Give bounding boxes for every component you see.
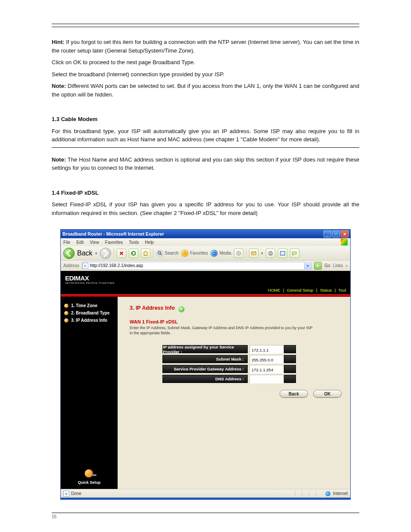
history-button[interactable] <box>234 249 243 258</box>
note-text-1: Different WAN ports can be selected to s… <box>52 83 359 98</box>
select-broadband-paragraph: Select the broadband (Internet) connecti… <box>52 70 359 79</box>
input-subnet-mask[interactable] <box>250 356 283 364</box>
address-input[interactable] <box>88 263 305 268</box>
back-dropdown-icon[interactable]: ▾ <box>95 251 97 255</box>
toolbar: Back ▾ Search <box>61 246 350 261</box>
window-minimize-button[interactable]: _ <box>324 230 331 237</box>
router-header: EDIMAX NETWORKING PEOPLE TOGETHER HOME |… <box>61 271 350 297</box>
router-main-panel: 3. IP Address Info ? WAN 1 Fixed-IP xDSL… <box>118 297 350 489</box>
router-tagline: NETWORKING PEOPLE TOGETHER <box>65 282 346 284</box>
menu-file[interactable]: File <box>63 240 70 245</box>
mail-button[interactable] <box>249 249 258 258</box>
links-chevron-icon[interactable]: » <box>346 264 348 268</box>
sidebar-item-ip-address-info[interactable]: 3. IP Address Info <box>64 317 114 324</box>
search-icon[interactable] <box>156 249 164 257</box>
page-icon: e <box>63 491 69 497</box>
back-button[interactable]: Back <box>280 390 308 398</box>
fixed-ip-body: Select Fixed-IP xDSL if your ISP has giv… <box>52 200 359 217</box>
address-dropdown-icon[interactable]: ▾ <box>304 262 311 270</box>
windows-flag-icon <box>341 239 348 246</box>
address-input-wrapper[interactable]: e ▾ <box>82 262 312 270</box>
status-zone: Internet <box>333 491 348 496</box>
svg-rect-6 <box>269 251 271 252</box>
favorites-icon[interactable] <box>181 249 189 257</box>
media-icon[interactable] <box>210 249 218 257</box>
nav-home[interactable]: HOME <box>268 288 280 292</box>
section-title: 3. IP Address Info <box>130 305 175 311</box>
go-button[interactable] <box>314 262 322 270</box>
menu-view[interactable]: View <box>90 240 99 245</box>
nav-general-setup[interactable]: General Setup <box>287 288 313 292</box>
note-text-2: The Host Name and MAC address section is… <box>52 156 359 171</box>
window-close-button[interactable]: ✕ <box>341 230 349 237</box>
menu-edit[interactable]: Edit <box>76 240 84 245</box>
nav-tool[interactable]: Tool <box>339 288 346 292</box>
browser-window: Broadband Router - Microsoft Internet Ex… <box>60 229 351 500</box>
router-sidebar: 1. Time Zone 2. Broadband Type 3. IP Add… <box>61 297 118 489</box>
address-label: Address <box>63 263 79 268</box>
refresh-button[interactable] <box>129 249 138 258</box>
note-label-2: Note: <box>52 156 66 163</box>
mail-dropdown-icon[interactable]: ▾ <box>261 251 263 255</box>
router-brand: EDIMAX <box>65 274 346 282</box>
row-tail <box>284 355 296 363</box>
print-button[interactable] <box>266 249 275 258</box>
rule-pair-top <box>52 24 359 27</box>
window-titlebar: Broadband Router - Microsoft Internet Ex… <box>61 230 350 238</box>
fixed-ip-heading: 1.4 Fixed-IP xDSL <box>52 189 359 197</box>
menu-help[interactable]: Help <box>145 240 154 245</box>
search-label[interactable]: Search <box>165 251 179 255</box>
svg-rect-8 <box>280 251 285 255</box>
go-label[interactable]: Go <box>324 263 330 268</box>
note-label-1: Note: <box>52 83 66 89</box>
svg-line-1 <box>160 254 162 255</box>
sidebar-item-broadband-type[interactable]: 2. Broadband Type <box>64 309 114 317</box>
input-gateway[interactable] <box>250 366 283 373</box>
back-label: Back <box>77 249 93 257</box>
taskbar-strip <box>61 498 350 499</box>
discuss-button[interactable] <box>290 249 299 258</box>
form-row: Subnet Mask : <box>162 355 342 363</box>
sidebar-item-time-zone[interactable]: 1. Time Zone <box>64 302 114 309</box>
bullet-icon <box>64 304 68 308</box>
status-done: Done <box>71 491 81 496</box>
page-number: 15 <box>52 514 359 519</box>
menu-favorites[interactable]: Favorites <box>105 240 123 245</box>
menu-tools[interactable]: Tools <box>129 240 139 245</box>
quick-setup[interactable]: Quick Setup <box>64 468 114 485</box>
quick-setup-label: Quick Setup <box>64 480 114 485</box>
form-row: IP address assigned by your Service Prov… <box>162 345 342 353</box>
input-dns[interactable] <box>250 376 283 383</box>
cable-modem-body: For this broadband type, your ISP will a… <box>52 127 359 144</box>
label-dns: DNS Address : <box>162 375 248 383</box>
input-ip-address[interactable] <box>250 346 283 354</box>
home-button[interactable] <box>141 249 150 258</box>
config-form: IP address assigned by your Service Prov… <box>162 345 342 383</box>
forward-button[interactable] <box>100 248 111 259</box>
svg-point-0 <box>158 252 161 254</box>
window-title: Broadband Router - Microsoft Internet Ex… <box>62 231 324 236</box>
edit-button[interactable] <box>278 249 287 258</box>
hint-paragraph: Hint: If you forgot to set this item for… <box>52 38 359 55</box>
router-top-nav: HOME | General Setup | Status | Tool <box>268 288 346 292</box>
section-description: Enter the IP Address, Subnet Mask, Gatew… <box>130 325 315 336</box>
note-paragraph-2: Note: The Host Name and MAC address sect… <box>52 156 359 172</box>
hint-label: Hint: <box>52 39 65 45</box>
bullet-icon <box>64 318 68 323</box>
help-icon[interactable]: ? <box>178 306 184 312</box>
note-paragraph-1: Note: Different WAN ports can be selecte… <box>52 82 359 99</box>
window-maximize-button[interactable]: □ <box>332 230 340 237</box>
links-label[interactable]: Links <box>333 263 343 268</box>
click-ok-paragraph: Click on OK to proceed to the next page … <box>52 58 359 67</box>
media-label[interactable]: Media <box>219 251 231 255</box>
ok-button[interactable]: OK <box>313 390 342 398</box>
address-bar: Address e ▾ Go Links » <box>61 261 350 271</box>
nav-status[interactable]: Status <box>320 288 332 292</box>
stop-button[interactable] <box>117 249 126 258</box>
form-row: Service Provider Gateway Address : <box>162 365 342 373</box>
favorites-label[interactable]: Favorites <box>190 251 208 255</box>
cable-modem-heading: 1.3 Cable Modem <box>52 115 359 124</box>
back-button[interactable] <box>63 248 75 259</box>
quick-setup-icon <box>82 468 97 479</box>
label-subnet-mask: Subnet Mask : <box>162 355 248 363</box>
